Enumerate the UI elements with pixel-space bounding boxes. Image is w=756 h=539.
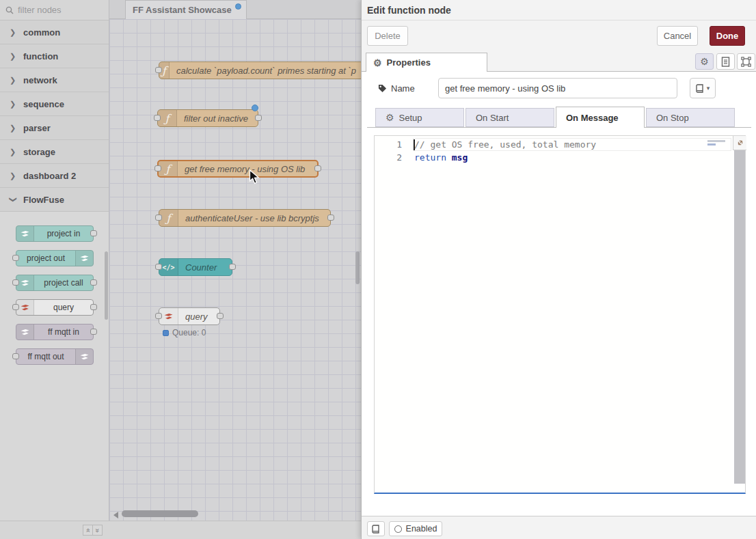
flow-canvas[interactable]: ƒ calculate `payload.count` primes start… bbox=[109, 19, 361, 521]
code-line: 1 // get OS free, used, total memory bbox=[375, 138, 745, 151]
status-dot-icon bbox=[163, 330, 169, 336]
node-port[interactable] bbox=[90, 230, 97, 236]
delete-button[interactable]: Delete bbox=[367, 26, 408, 46]
tab-properties[interactable]: ⚙ Properties bbox=[366, 53, 487, 72]
node-port[interactable] bbox=[12, 304, 19, 310]
chevron-down-icon: » bbox=[94, 528, 101, 532]
function-icon: ƒ bbox=[159, 210, 178, 226]
node-get-free-memory[interactable]: ƒ get free memory - using OS lib bbox=[157, 160, 319, 178]
book-icon bbox=[372, 525, 380, 534]
palette-category-common[interactable]: ❯ common bbox=[0, 20, 109, 44]
properties-view-button[interactable]: ⚙ bbox=[695, 53, 714, 70]
panel-toolbar: Delete Cancel Done bbox=[362, 20, 756, 51]
appearance-icon bbox=[741, 57, 751, 67]
library-button[interactable]: ▾ bbox=[690, 78, 716, 98]
node-port[interactable] bbox=[90, 304, 97, 310]
node-port[interactable] bbox=[12, 353, 19, 359]
palette-search[interactable] bbox=[0, 0, 109, 20]
flowfuse-icon bbox=[16, 324, 34, 340]
flow-tab[interactable]: FF Assistant Showcase bbox=[125, 0, 247, 19]
palette-category-parser[interactable]: ❯ parser bbox=[0, 116, 109, 140]
collapse-all-button[interactable]: » bbox=[83, 525, 93, 536]
chevron-right-icon: ❯ bbox=[10, 171, 16, 180]
text-caret bbox=[414, 139, 415, 150]
palette-node-project-call[interactable]: project call bbox=[16, 275, 94, 291]
node-port[interactable] bbox=[90, 279, 97, 286]
line-number: 1 bbox=[375, 139, 402, 150]
enabled-toggle-button[interactable]: Enabled bbox=[389, 521, 442, 536]
description-view-button[interactable] bbox=[716, 53, 735, 70]
expand-editor-button[interactable] bbox=[733, 136, 746, 150]
chevron-right-icon: ❯ bbox=[10, 100, 16, 109]
tab-label: On Message bbox=[566, 113, 619, 123]
palette-node-project-out[interactable]: project out bbox=[16, 250, 94, 266]
tab-label: On Stop bbox=[656, 113, 689, 123]
node-port[interactable] bbox=[327, 215, 334, 221]
palette-scrollbar[interactable] bbox=[105, 251, 108, 320]
tab-setup[interactable]: ⚙ Setup bbox=[375, 108, 464, 127]
node-changed-dot bbox=[252, 105, 258, 111]
palette-category-function[interactable]: ❯ function bbox=[0, 44, 109, 68]
code-keyword: return bbox=[414, 152, 446, 163]
node-port[interactable] bbox=[154, 115, 161, 121]
done-button[interactable]: Done bbox=[710, 26, 745, 46]
node-port[interactable] bbox=[155, 215, 162, 221]
code-editor[interactable]: 1 // get OS free, used, total memory 2 r… bbox=[374, 135, 746, 494]
flowfuse-icon bbox=[16, 226, 34, 241]
name-input[interactable] bbox=[438, 78, 677, 98]
status-text: Queue: 0 bbox=[172, 328, 206, 337]
tab-on-stop[interactable]: On Stop bbox=[646, 108, 735, 127]
category-label: storage bbox=[23, 147, 55, 157]
node-port[interactable] bbox=[12, 279, 19, 286]
palette-node-ff-mqtt-in[interactable]: ff mqtt in bbox=[16, 324, 94, 340]
node-port[interactable] bbox=[12, 255, 19, 261]
chevron-up-icon: » bbox=[84, 528, 92, 532]
node-port[interactable] bbox=[155, 67, 162, 73]
tab-on-start[interactable]: On Start bbox=[465, 108, 554, 127]
palette-category-dashboard2[interactable]: ❯ dashboard 2 bbox=[0, 164, 109, 188]
palette-node-project-in[interactable]: project in bbox=[16, 225, 94, 242]
palette-category-flowfuse[interactable]: ❯ FlowFuse bbox=[0, 188, 109, 212]
chevron-down-icon: ❯ bbox=[9, 196, 18, 203]
scroll-left-arrow[interactable] bbox=[113, 512, 118, 519]
node-port[interactable] bbox=[217, 313, 224, 319]
panel-footer: Enabled bbox=[362, 516, 756, 539]
chevron-right-icon: ❯ bbox=[10, 124, 16, 133]
document-icon bbox=[721, 57, 730, 67]
palette-node-ff-mqtt-out[interactable]: ff mqtt out bbox=[16, 348, 94, 365]
palette-category-sequence[interactable]: ❯ sequence bbox=[0, 92, 109, 116]
chevron-right-icon: ❯ bbox=[10, 148, 16, 156]
name-label: Name bbox=[378, 78, 415, 98]
node-authenticate-user[interactable]: ƒ authenticateUser - use lib bcryptjs bbox=[159, 209, 331, 227]
edit-node-panel: Edit function node Delete Cancel Done ⚙ … bbox=[361, 0, 756, 539]
horizontal-scrollbar[interactable] bbox=[122, 510, 198, 517]
tab-on-message[interactable]: On Message bbox=[556, 107, 645, 128]
node-port[interactable] bbox=[155, 264, 162, 270]
editor-scrollbar[interactable] bbox=[734, 150, 745, 484]
palette-sidebar: ❯ common ❯ function ❯ network ❯ sequence… bbox=[0, 0, 109, 539]
chevron-right-icon: ❯ bbox=[10, 52, 16, 61]
category-label: parser bbox=[23, 123, 51, 133]
library-button[interactable] bbox=[367, 521, 385, 536]
node-counter[interactable]: </> Counter bbox=[159, 258, 232, 276]
node-port[interactable] bbox=[229, 264, 236, 270]
node-port[interactable] bbox=[154, 165, 161, 171]
palette-category-network[interactable]: ❯ network bbox=[0, 68, 109, 92]
chevron-right-icon: ❯ bbox=[10, 28, 16, 37]
node-port[interactable] bbox=[255, 115, 262, 121]
code-comment: // get OS free, used, total memory bbox=[414, 139, 596, 150]
palette-category-storage[interactable]: ❯ storage bbox=[0, 140, 109, 164]
node-port[interactable] bbox=[90, 329, 97, 335]
node-filter-out-inactive[interactable]: ƒ filter out inactive bbox=[157, 109, 258, 127]
palette-node-query[interactable]: query bbox=[16, 299, 94, 316]
vertical-scrollbar[interactable] bbox=[355, 251, 360, 284]
cancel-button[interactable]: Cancel bbox=[657, 26, 698, 46]
node-label: Counter bbox=[178, 259, 224, 275]
node-query[interactable]: query bbox=[159, 307, 220, 325]
node-port[interactable] bbox=[155, 313, 162, 319]
appearance-view-button[interactable] bbox=[737, 53, 755, 70]
node-port[interactable] bbox=[314, 165, 321, 171]
node-calculate-primes[interactable]: ƒ calculate `payload.count` primes start… bbox=[159, 61, 361, 79]
expand-all-button[interactable]: » bbox=[92, 525, 103, 536]
palette-node-label: project out bbox=[16, 253, 75, 263]
